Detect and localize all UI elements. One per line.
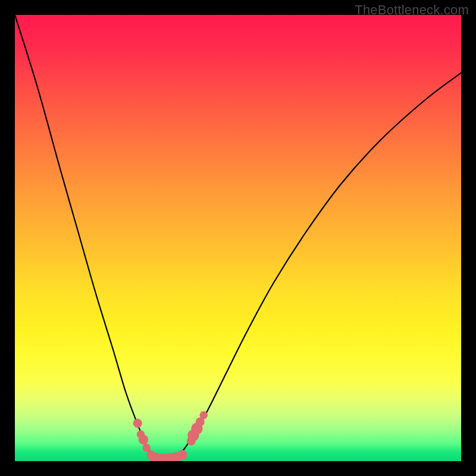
trough-dots: [133, 411, 208, 461]
outer-frame: TheBottleneck.com: [0, 0, 476, 476]
trough-dot: [200, 411, 208, 419]
trough-dot: [143, 444, 151, 452]
trough-dot: [139, 435, 149, 445]
bottleneck-curve: [15, 15, 461, 460]
watermark-text: TheBottleneck.com: [355, 2, 469, 18]
plot-area: [15, 15, 461, 461]
trough-dot: [133, 419, 142, 428]
chart-svg: [15, 15, 461, 461]
trough-dot: [177, 450, 187, 460]
